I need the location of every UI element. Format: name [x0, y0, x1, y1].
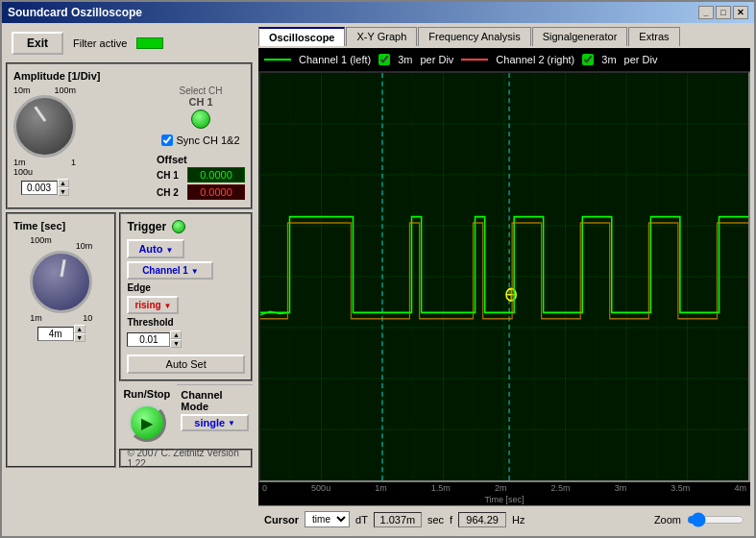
tab-xy-graph[interactable]: X-Y Graph — [346, 27, 417, 46]
channel-mode-arrow: ▼ — [228, 419, 235, 428]
x-label-1m: 1m — [375, 483, 387, 493]
sync-checkbox[interactable] — [161, 134, 173, 146]
auto-set-button[interactable]: Auto Set — [127, 355, 245, 374]
trigger-channel-btn[interactable]: Channel 1 ▼ — [127, 261, 213, 280]
channel-bar: Channel 1 (left) 3m per Div Channel 2 (r… — [258, 48, 750, 71]
amplitude-bottom-labels: 1m 1 — [13, 158, 76, 167]
threshold-spin-buttons: ▲ ▼ — [170, 330, 182, 348]
ch1-led — [191, 110, 210, 129]
time-value-input[interactable]: 4m — [37, 327, 74, 341]
close-button[interactable]: ✕ — [733, 6, 748, 19]
x-label-3p5m: 3.5m — [671, 483, 690, 493]
channel-mode-button[interactable]: single ▼ — [181, 414, 249, 431]
time-spin-up[interactable]: ▲ — [74, 325, 85, 333]
trigger-edge-select-row: rising ▼ — [127, 296, 245, 314]
threshold-spin-up[interactable]: ▲ — [170, 330, 182, 339]
trigger-threshold-row: Threshold — [127, 317, 245, 328]
amplitude-value-input[interactable]: 0.003 — [21, 181, 58, 195]
amp-label-100u: 100u — [13, 167, 76, 177]
trigger-header: Trigger — [127, 220, 245, 233]
ch2-offset-row: CH 2 0.0000 — [157, 184, 245, 200]
x-axis-label: Time [sec] — [484, 495, 524, 504]
trigger-auto-arrow: ▼ — [166, 246, 174, 255]
amp-label-1: 1 — [71, 158, 76, 167]
minimize-button[interactable]: _ — [698, 6, 714, 19]
ch1-offset-row: CH 1 0.0000 — [157, 167, 245, 183]
titlebar: Soundcard Oszilloscope _ □ ✕ — [2, 2, 754, 23]
copyright-text: © 2007 C. Zeitnitz Version 1.22 — [127, 448, 245, 469]
time-knob[interactable] — [30, 251, 92, 313]
tab-signalgenerator[interactable]: Signalgenerator — [532, 27, 628, 46]
run-stop-title: Run/Stop — [123, 388, 170, 400]
ch1-per-div-value: 3m — [398, 54, 412, 65]
amp-spin-up[interactable]: ▲ — [58, 179, 69, 187]
select-ch-label: Select CH — [179, 86, 222, 96]
trigger-auto-btn[interactable]: Auto ▼ — [127, 239, 184, 258]
time-spin-down[interactable]: ▼ — [74, 333, 85, 342]
hz-label: Hz — [512, 514, 524, 526]
top-bar: Exit Filter active — [6, 27, 253, 60]
trigger-section: Trigger Auto ▼ — [119, 212, 253, 381]
x-axis-title: Time [sec] — [258, 494, 750, 505]
trigger-title: Trigger — [127, 220, 166, 233]
tab-frequency-analysis[interactable]: Frequency Analysis — [418, 27, 530, 46]
ch2-per-div-value: 3m — [601, 54, 616, 65]
time-label-1m: 1m — [30, 313, 42, 323]
trigger-channel-row: Channel 1 ▼ — [127, 261, 245, 280]
sec-label: sec — [427, 514, 444, 526]
sync-row: Sync CH 1&2 — [161, 134, 239, 146]
main-window: Soundcard Oszilloscope _ □ ✕ Exit Filter… — [0, 0, 756, 538]
amplitude-top-labels: 10m 100m — [13, 86, 76, 95]
threshold-spin-down[interactable]: ▼ — [170, 339, 182, 348]
ch1-checkbox[interactable] — [378, 54, 390, 65]
tab-extras[interactable]: Extras — [628, 27, 679, 46]
maximize-button[interactable]: □ — [716, 6, 731, 19]
oscilloscope-display[interactable] — [258, 71, 750, 482]
sync-label: Sync CH 1&2 — [176, 134, 239, 146]
x-label-4m: 4m — [734, 483, 746, 493]
copyright-bar: © 2007 C. Zeitnitz Version 1.22 — [119, 449, 253, 468]
trigger-led — [172, 220, 185, 233]
ch2-offset-value[interactable]: 0.0000 — [187, 184, 245, 200]
scope-svg — [260, 73, 748, 480]
run-stop-button[interactable]: ▶ — [128, 404, 166, 442]
tab-oscilloscope[interactable]: Oscilloscope — [258, 27, 345, 46]
x-label-1p5m: 1.5m — [431, 483, 451, 493]
ch2-offset-spin: 0.0000 — [187, 184, 245, 200]
x-label-500u: 500u — [311, 483, 330, 493]
amp-spin: 0.003 ▲ ▼ — [21, 179, 69, 196]
ch1-line — [264, 59, 291, 61]
run-stop-section: Run/Stop ▶ — [119, 384, 174, 446]
zoom-slider[interactable] — [687, 512, 744, 527]
ch1-offset-value[interactable]: 0.0000 — [187, 167, 245, 183]
cursor-bottom-bar: Cursor time dT 1.037m sec f 964.29 Hz Zo… — [258, 505, 750, 532]
threshold-input[interactable]: 0.01 — [127, 332, 170, 347]
channel-mode-section: Channel Mode single ▼ — [177, 384, 253, 446]
filter-label: Filter active — [73, 37, 127, 49]
exit-button[interactable]: Exit — [12, 32, 63, 55]
trigger-edge-btn[interactable]: rising ▼ — [127, 296, 179, 314]
ch2-bar-label: Channel 2 (right) — [496, 54, 574, 65]
time-label-10: 10 — [83, 313, 92, 323]
filter-indicator — [136, 37, 163, 49]
amp-label-100m: 100m — [54, 86, 76, 95]
right-panel: Oscilloscope X-Y Graph Frequency Analysi… — [256, 23, 754, 536]
cursor-mode-select[interactable]: time — [305, 511, 350, 527]
ch1-offset-label: CH 1 — [157, 170, 183, 181]
time-bottom-labels: 1m 10 — [30, 313, 92, 323]
channel-mode-label: Channel Mode — [181, 389, 249, 412]
time-knob-wrapper: 100m 10m 1m 10 4m — [13, 235, 109, 342]
ch2-offset-label: CH 2 — [157, 187, 183, 198]
amplitude-knob[interactable] — [13, 95, 76, 158]
x-axis-labels: 0 500u 1m 1.5m 2m 2.5m 3m 3.5m 4m — [258, 482, 750, 494]
x-label-3m: 3m — [615, 483, 627, 493]
ch2-line — [461, 59, 488, 61]
ch2-checkbox[interactable] — [582, 54, 594, 65]
amp-label-1m: 1m — [13, 158, 26, 167]
bottom-row: Time [sec] 100m 10m 1m 10 — [6, 212, 253, 468]
x-label-2p5m: 2.5m — [551, 483, 571, 493]
amp-spin-buttons: ▲ ▼ — [58, 179, 69, 196]
amp-spin-down[interactable]: ▼ — [58, 187, 69, 196]
window-title: Soundcard Oszilloscope — [8, 6, 142, 19]
offset-label: Offset — [157, 154, 245, 165]
